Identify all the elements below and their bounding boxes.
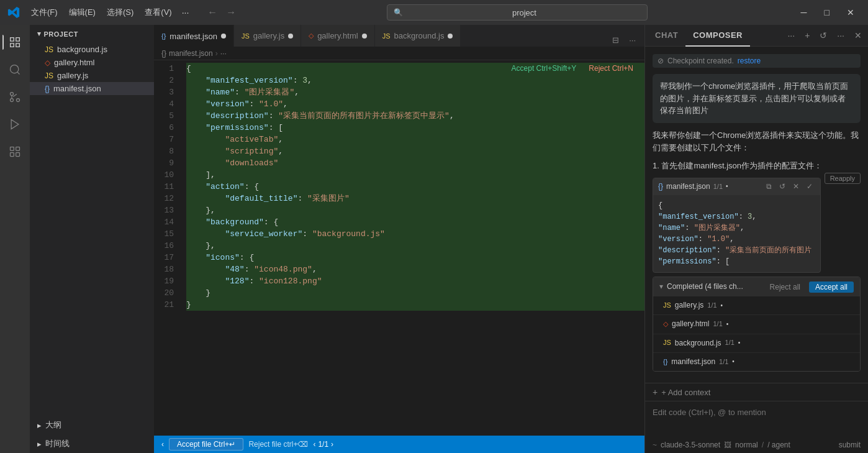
copy-code-button[interactable]: ⧉ <box>764 181 774 192</box>
tab-manifest-json[interactable]: {} manifest.json <box>154 25 234 47</box>
tab-gallery-js[interactable]: JS gallery.js <box>234 25 301 47</box>
ai-step: 1. 首先创建manifest.json作为插件的配置文件： Reapply <box>653 160 861 173</box>
forward-button[interactable]: → <box>222 6 240 19</box>
panel-history-button[interactable]: ↺ <box>816 28 831 43</box>
right-panel: CHAT COMPOSER ··· + ↺ ··· ✕ ⊘ Checkpoint… <box>644 25 868 453</box>
tab-bar: {} manifest.json JS gallery.js ◇ gallery… <box>154 25 644 47</box>
accept-code-button[interactable]: ✓ <box>804 181 815 192</box>
reject-file-button[interactable]: Reject file ctrl+⌫ <box>248 440 308 449</box>
breadcrumb-section[interactable]: ··· <box>220 49 227 58</box>
sidebar-outline[interactable]: ▸ 大纲 <box>30 416 154 434</box>
code-content[interactable]: { "manifest_version": 3, "name": "图片采集器"… <box>179 60 644 436</box>
close-code-button[interactable]: ✕ <box>790 181 802 192</box>
tab-composer[interactable]: COMPOSER <box>685 25 750 47</box>
file-list-item-manifest-json[interactable]: {} manifest.json 1/1 • <box>653 353 860 371</box>
sidebar-item-background-js[interactable]: JS background.js <box>30 43 154 56</box>
reject-button[interactable]: Reject Ctrl+N <box>585 63 637 74</box>
activity-explorer[interactable] <box>2 30 27 55</box>
mode-label[interactable]: normal <box>735 441 758 449</box>
activity-search[interactable] <box>2 57 27 82</box>
menu-select[interactable]: 选择(S) <box>102 5 138 20</box>
menu-edit[interactable]: 编辑(E) <box>64 5 101 20</box>
titlebar-nav: ← → <box>204 6 240 19</box>
sidebar-timeline[interactable]: ▸ 时间线 <box>30 434 154 453</box>
svg-rect-5 <box>16 147 20 151</box>
menu-file[interactable]: 文件(F) <box>26 5 63 20</box>
restore-link[interactable]: restore <box>738 57 761 65</box>
back-button[interactable]: ← <box>204 6 221 19</box>
file-list-item-gallery-html[interactable]: ◇ gallery.html 1/1 • <box>653 315 860 334</box>
sidebar-filename: background.js <box>57 45 107 54</box>
titlebar: 文件(F) 编辑(E) 选择(S) 查看(V) ··· ← → 🔍 ─ □ ✕ <box>0 0 868 25</box>
prev-file-button[interactable]: ‹ <box>161 440 164 449</box>
js-tab-icon: JS <box>242 32 250 40</box>
file-list-item-gallery-js[interactable]: JS gallery.js 1/1 • <box>653 296 860 315</box>
chat-content[interactable]: ⊘ Checkpoint created. restore 帮我制作一个chro… <box>645 47 868 383</box>
tab-chat[interactable]: CHAT <box>648 25 685 47</box>
split-editor-button[interactable]: ⊟ <box>608 34 623 47</box>
file-list: JS gallery.js 1/1 • ◇ gallery.html 1/1 • <box>653 296 860 371</box>
activity-extensions[interactable] <box>2 139 27 164</box>
code-line: "downloads" <box>186 157 644 169</box>
html-tab-icon: ◇ <box>309 32 314 40</box>
maximize-button[interactable]: □ <box>818 5 836 20</box>
panel-close-button[interactable]: ✕ <box>851 28 866 43</box>
ai-intro: 我来帮你创建一个Chrome浏览器插件来实现这个功能。我们需要创建以下几个文件： <box>653 129 861 155</box>
sidebar-item-gallery-html[interactable]: ◇ gallery.html <box>30 56 154 69</box>
accept-file-button[interactable]: Accept file Ctrl+↵ <box>169 438 243 451</box>
close-button[interactable]: ✕ <box>841 5 861 20</box>
file-nav-bar: ‹ Accept file Ctrl+↵ Reject file ctrl+⌫ … <box>154 436 644 453</box>
submit-label[interactable]: submit <box>839 441 861 449</box>
add-context-label: + Add context <box>661 388 710 397</box>
copilot-icon: ~ <box>653 441 657 449</box>
refresh-code-button[interactable]: ↺ <box>777 181 788 192</box>
menu-more[interactable]: ··· <box>178 6 193 19</box>
breadcrumb-file[interactable]: manifest.json <box>169 49 213 58</box>
sidebar-item-gallery-js[interactable]: JS gallery.js <box>30 69 154 82</box>
file-name: gallery.html <box>672 318 709 330</box>
tab-gallery-html[interactable]: ◇ gallery.html <box>301 25 375 47</box>
activity-run[interactable] <box>2 112 27 137</box>
add-context-bar[interactable]: + + Add context <box>645 383 868 401</box>
modified-dot: • <box>726 181 728 191</box>
panel-add-button[interactable]: + <box>801 28 813 43</box>
reject-all-button[interactable]: Reject all <box>770 283 800 291</box>
code-line: "name": "图片采集器", <box>186 86 644 98</box>
sidebar-item-manifest-json[interactable]: {} manifest.json <box>30 82 154 95</box>
code-line: "version": "1.0", <box>186 98 644 110</box>
chat-input[interactable] <box>653 406 861 431</box>
code-line: "manifest_version": 3, <box>658 211 815 222</box>
completion-toggle[interactable]: ▾ <box>659 281 663 293</box>
agent-label[interactable]: / agent <box>767 441 790 449</box>
minimize-button[interactable]: ─ <box>795 5 813 20</box>
panel-more-button[interactable]: ··· <box>784 28 798 43</box>
file-name: gallery.js <box>675 300 703 311</box>
filename-label: manifest.json <box>666 181 710 193</box>
accept-all-button[interactable]: Accept all <box>809 281 854 293</box>
file-list-item-background-js[interactable]: JS background.js 1/1 • <box>653 334 860 353</box>
counter-prev[interactable]: ‹ <box>313 440 315 449</box>
tab-background-js[interactable]: JS background.js <box>375 25 461 47</box>
sidebar-project-title: PROJECT <box>44 30 78 38</box>
counter-next[interactable]: › <box>331 440 333 449</box>
html-icon: ◇ <box>45 58 50 67</box>
checkpoint-text: Checkpoint created. <box>667 57 734 65</box>
model-name[interactable]: claude-3.5-sonnet <box>661 441 720 449</box>
menu-view[interactable]: 查看(V) <box>140 5 176 20</box>
checkpoint-bar: ⊘ Checkpoint created. restore <box>653 54 861 68</box>
code-line: "default_title": "采集图片" <box>186 193 644 204</box>
activity-source-control[interactable] <box>2 85 27 109</box>
search-box[interactable]: 🔍 <box>387 4 648 21</box>
accept-button[interactable]: Accept Ctrl+Shift+Y <box>508 63 581 74</box>
panel-overflow-button[interactable]: ··· <box>833 28 848 43</box>
separator: / <box>762 441 764 449</box>
code-lines[interactable]: 12345 678910 1112131415 1617181920 21 { … <box>154 60 644 436</box>
html-icon: ◇ <box>663 319 668 330</box>
sidebar-project-header[interactable]: ▾ PROJECT <box>30 25 154 43</box>
code-editor[interactable]: Accept Ctrl+Shift+Y Reject Ctrl+N 12345 … <box>154 60 644 436</box>
search-input[interactable] <box>408 8 641 17</box>
json-tab-icon: {} <box>161 32 166 40</box>
more-actions-button[interactable]: ··· <box>625 34 640 47</box>
reapply-button[interactable]: Reapply <box>825 173 861 184</box>
completion-header: ▾ Completed (4 files ch... Reject all Ac… <box>653 277 860 296</box>
